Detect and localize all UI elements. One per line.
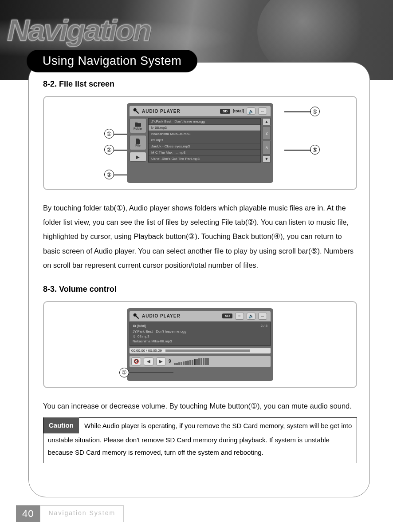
- list-item[interactable]: JaeUk - Close eyes.mp3: [149, 143, 260, 150]
- speaker-icon[interactable]: 🔈: [247, 313, 255, 320]
- section-title-text: Using Navigation System: [43, 54, 181, 67]
- volume-bars-icon: [174, 358, 209, 365]
- back-button[interactable]: ←: [258, 313, 267, 320]
- folder-icon: 🗀: [133, 324, 136, 328]
- player-logo-icon: [133, 108, 139, 114]
- note-icon: ♫: [133, 334, 135, 338]
- audio-player-volume: AUDIO PLAYER SD ≡ 🔈 ← 🗀 [total] 2 / 8 JY…: [127, 308, 273, 381]
- player-titlebar: AUDIO PLAYER SD ≡ 🔈 ←: [130, 311, 271, 322]
- back-button[interactable]: ←: [258, 107, 267, 115]
- list-item[interactable]: Ushe -She's Got The Part.mp3: [149, 156, 260, 162]
- page-footer: 40 Navigation System: [16, 505, 124, 522]
- speaker-icon[interactable]: 🔈: [247, 107, 255, 115]
- scroll-bar[interactable]: ▲ 2 8 ▼: [263, 118, 271, 163]
- header-word: Navigation: [7, 13, 150, 47]
- audio-player-filelist: AUDIO PLAYER SD [total] 🔈 ← Folder File: [127, 103, 273, 183]
- file-tab[interactable]: File: [130, 135, 146, 150]
- caution-box: Caution While Audio player is operating,…: [43, 417, 357, 463]
- body-text-8-3: You can increase or decrease volume. By …: [43, 399, 357, 413]
- callout-1: ①: [119, 368, 129, 377]
- list-item: ♫08.mp3: [133, 334, 267, 339]
- section-title-pill: Using Navigation System: [27, 50, 197, 72]
- volume-down-button[interactable]: ◀: [144, 357, 153, 365]
- folder-tab[interactable]: Folder: [130, 118, 146, 133]
- callout-1: ①: [104, 129, 114, 139]
- list-item: JY.Park Best - Don't leave me.ogg: [133, 329, 267, 334]
- figure-1-frame: ① ② ③ ④ ⑤ AUDIO PLAYER SD [total] 🔈 ← Fo…: [43, 96, 357, 190]
- callout-line: [284, 150, 311, 151]
- list-item[interactable]: 09.mp3: [149, 137, 260, 143]
- list-item[interactable]: ▷ 08.mp3: [149, 125, 260, 131]
- playback-button[interactable]: ▶: [130, 152, 146, 162]
- footer-label: Navigation System: [40, 505, 124, 522]
- file-icon: [135, 139, 141, 144]
- body-text-8-2: By touching folder tab(①), Audio player …: [43, 201, 357, 272]
- callout-line: [284, 111, 311, 112]
- callout-line: [129, 373, 173, 373]
- count-label: 2 / 8: [260, 324, 267, 328]
- list-item[interactable]: M C The Max - ...mp3: [149, 150, 260, 156]
- heading-8-3: 8-3. Volume control: [43, 285, 357, 294]
- player-logo-icon: [133, 313, 139, 319]
- heading-8-2: 8-2. File list screen: [43, 79, 357, 89]
- volume-up-button[interactable]: ▶: [156, 357, 166, 365]
- figure-2-frame: ① AUDIO PLAYER SD ≡ 🔈 ← 🗀 [total] 2 / 8 …: [43, 301, 357, 388]
- scroll-up-icon[interactable]: ▲: [263, 118, 271, 125]
- callout-2: ②: [104, 145, 114, 155]
- callout-3: ③: [104, 170, 114, 179]
- folder-tab-label: Folder: [134, 127, 142, 130]
- total-label: 🗀 [total]: [133, 324, 146, 328]
- scroll-total: 8: [263, 141, 271, 155]
- content-panel: 8-2. File list screen ① ② ③ ④ ⑤ AUDIO PL…: [28, 62, 370, 497]
- sd-icon: SD: [222, 314, 232, 318]
- player-title: AUDIO PLAYER: [142, 314, 181, 318]
- svg-point-1: [134, 314, 137, 317]
- scroll-down-icon[interactable]: ▼: [263, 155, 271, 163]
- list-item: Nakashima Mika-06.mp3: [133, 339, 267, 344]
- timecode: 00:00:00 / 00:05:29: [130, 348, 271, 353]
- callout-5: ⑤: [310, 145, 320, 155]
- list-item[interactable]: JY.Park Best - Don't leave me.ogg: [149, 119, 260, 125]
- list-icon[interactable]: ≡: [235, 313, 244, 320]
- player-titlebar: AUDIO PLAYER SD [total] 🔈 ←: [130, 106, 271, 116]
- caution-text: While Audio player is operating, if you …: [48, 422, 352, 456]
- sd-icon: SD: [220, 109, 230, 114]
- mute-button[interactable]: 🔇: [131, 357, 141, 365]
- file-list: JY.Park Best - Don't leave me.ogg ▷ 08.m…: [148, 118, 261, 163]
- player-title: AUDIO PLAYER: [142, 109, 181, 114]
- volume-level: 9: [169, 359, 171, 364]
- caution-label: Caution: [43, 417, 79, 433]
- page-number: 40: [16, 505, 40, 522]
- callout-4: ④: [310, 107, 320, 116]
- total-label: [total]: [233, 109, 244, 113]
- svg-point-0: [134, 108, 137, 111]
- scroll-pos: 2: [263, 126, 271, 140]
- list-item[interactable]: Nakashima Mika-06.mp3: [149, 131, 260, 137]
- file-tab-label: File: [135, 144, 140, 147]
- folder-icon: [135, 122, 141, 127]
- volume-controls: 🔇 ◀ ▶ 9: [130, 356, 271, 367]
